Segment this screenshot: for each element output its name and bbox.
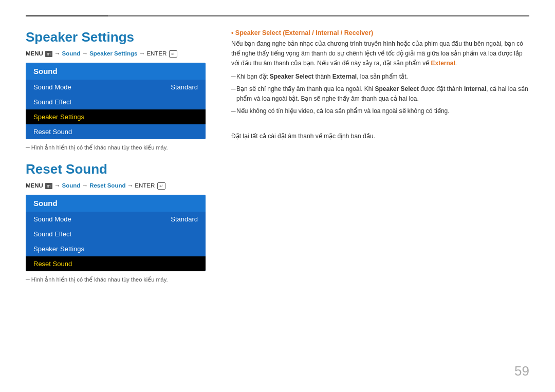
reset-sound-label-1: Reset Sound	[33, 128, 72, 136]
speaker-select-description: Nếu bạn đang nghe bản nhạc của chương tr…	[231, 39, 529, 69]
sound-effect-label-2: Sound Effect	[33, 230, 71, 238]
speaker-settings-caption: Hình ảnh hiển thị có thể khác nhau tùy t…	[26, 144, 206, 151]
external-ref-1: External	[431, 60, 455, 67]
speaker-settings-menu-box: Sound Sound Mode Standard Sound Effect S…	[26, 63, 206, 139]
menu-item-sound-mode-1: Sound Mode Standard	[26, 80, 206, 95]
sound-effect-label-1: Sound Effect	[33, 98, 71, 106]
menu-item-reset-sound-active[interactable]: Reset Sound	[26, 256, 206, 271]
reset-sound-menu-box: Sound Sound Mode Standard Sound Effect S…	[26, 195, 206, 271]
dash-item-1: Khi bạn đặt Speaker Select thành Externa…	[231, 72, 529, 82]
enter-icon-2: ↵	[157, 182, 165, 190]
enter-icon: ↵	[169, 50, 177, 58]
sound-mode-value-2: Standard	[171, 215, 198, 223]
dash-item-2: Bạn sẽ chỉ nghe thấy âm thanh qua loa ng…	[231, 84, 529, 104]
menu-icon-2: m	[45, 183, 52, 189]
speaker-settings-label-2: Speaker Settings	[33, 245, 84, 253]
reset-sound-section: Reset Sound MENU m → Sound → Reset Sound…	[26, 161, 206, 283]
page-number: 59	[514, 363, 529, 379]
dash-item-3: Nếu không có tín hiệu video, cả loa sản …	[231, 106, 529, 116]
menu-header-2: Sound	[26, 195, 206, 212]
menu-icon: m	[45, 51, 52, 57]
reset-sound-menu-path: MENU m → Sound → Reset Sound → ENTER ↵	[26, 182, 206, 190]
arrow2: →	[82, 50, 89, 57]
arrow3: → ENTER	[139, 50, 169, 57]
menu-item-speaker-settings[interactable]: Speaker Settings	[26, 109, 206, 124]
reset-sound-item-label: Reset Sound	[33, 260, 72, 268]
sound-mode-label-1: Sound Mode	[33, 83, 71, 91]
page-container: Speaker Settings MENU m → Sound → Speake…	[0, 0, 555, 392]
speaker-settings-label: Speaker Settings	[89, 50, 137, 57]
reset-sound-description: Đặt lại tất cả cài đặt âm thanh về mặc đ…	[231, 132, 529, 141]
speaker-settings-section: Speaker Settings MENU m → Sound → Speake…	[26, 29, 206, 151]
left-column: Speaker Settings MENU m → Sound → Speake…	[26, 29, 221, 377]
top-line	[26, 15, 529, 16]
content-wrapper: Speaker Settings MENU m → Sound → Speake…	[26, 29, 529, 377]
arrow1-2: →	[54, 182, 62, 189]
speaker-settings-item-label: Speaker Settings	[33, 113, 84, 121]
menu-header-1: Sound	[26, 63, 206, 80]
sound-mode-value-1: Standard	[171, 83, 198, 91]
sound-label-2: Sound	[62, 182, 80, 189]
menu-prefix: MENU	[26, 50, 43, 57]
menu-item-sound-effect-1: Sound Effect	[26, 95, 206, 109]
speaker-settings-title: Speaker Settings	[26, 29, 206, 45]
arrow2-2: →	[82, 182, 89, 189]
right-column: Speaker Select (External / Internal / Re…	[221, 29, 529, 377]
menu-item-speaker-settings-2: Speaker Settings	[26, 241, 206, 256]
reset-sound-title: Reset Sound	[26, 161, 206, 177]
menu-item-reset-sound-1: Reset Sound	[26, 124, 206, 139]
menu-prefix-2: MENU	[26, 182, 43, 189]
arrow1: →	[54, 50, 62, 57]
menu-item-sound-effect-2: Sound Effect	[26, 227, 206, 241]
menu-item-sound-mode-2: Sound Mode Standard	[26, 212, 206, 227]
speaker-settings-menu-path: MENU m → Sound → Speaker Settings → ENTE…	[26, 50, 206, 58]
arrow3-2: → ENTER	[127, 182, 157, 189]
reset-sound-label-path: Reset Sound	[89, 182, 125, 189]
speaker-select-title: Speaker Select (External / Internal / Re…	[231, 29, 529, 36]
sound-label: Sound	[62, 50, 80, 57]
speaker-select-section: Speaker Select (External / Internal / Re…	[231, 29, 529, 116]
sound-mode-label-2: Sound Mode	[33, 215, 71, 223]
reset-sound-caption: Hình ảnh hiển thị có thể khác nhau tùy t…	[26, 276, 206, 283]
